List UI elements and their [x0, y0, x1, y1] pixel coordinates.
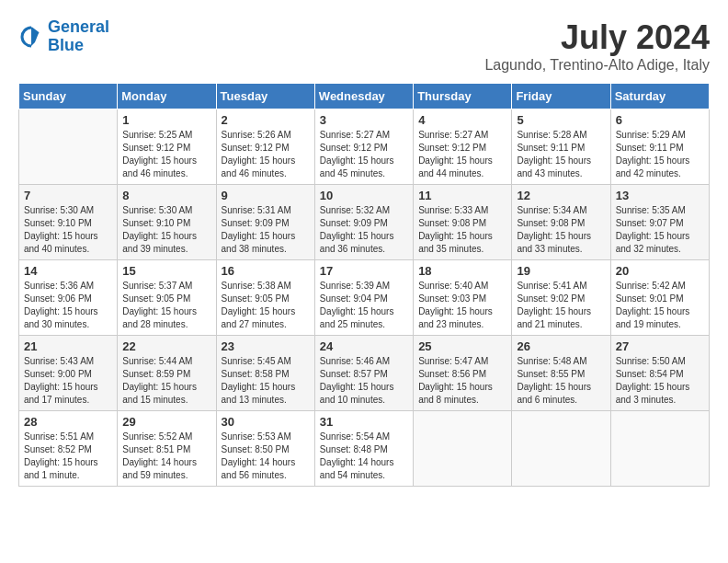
table-row	[414, 411, 512, 487]
table-row: 12Sunrise: 5:34 AM Sunset: 9:08 PM Dayli…	[512, 185, 610, 260]
day-number: 20	[616, 264, 704, 278]
col-wednesday: Wednesday	[314, 84, 413, 109]
table-row: 19Sunrise: 5:41 AM Sunset: 9:02 PM Dayli…	[512, 260, 610, 336]
day-info: Sunrise: 5:25 AM Sunset: 9:12 PM Dayligh…	[122, 129, 210, 180]
day-info: Sunrise: 5:46 AM Sunset: 8:57 PM Dayligh…	[320, 355, 408, 407]
day-number: 6	[616, 113, 704, 127]
table-row: 21Sunrise: 5:43 AM Sunset: 9:00 PM Dayli…	[19, 336, 118, 411]
calendar-week-row: 1Sunrise: 5:25 AM Sunset: 9:12 PM Daylig…	[19, 109, 710, 185]
day-number: 17	[320, 264, 408, 278]
day-number: 25	[418, 339, 506, 353]
day-number: 5	[517, 113, 605, 127]
location-title: Lagundo, Trentino-Alto Adige, Italy	[484, 57, 710, 74]
day-number: 31	[320, 415, 408, 429]
table-row: 15Sunrise: 5:37 AM Sunset: 9:05 PM Dayli…	[118, 260, 216, 336]
table-row: 1Sunrise: 5:25 AM Sunset: 9:12 PM Daylig…	[118, 109, 216, 185]
table-row	[512, 411, 610, 487]
day-number: 11	[418, 189, 506, 202]
day-info: Sunrise: 5:33 AM Sunset: 9:08 PM Dayligh…	[418, 204, 506, 256]
day-number: 27	[616, 339, 704, 353]
table-row: 13Sunrise: 5:35 AM Sunset: 9:07 PM Dayli…	[610, 185, 709, 260]
calendar-table: Sunday Monday Tuesday Wednesday Thursday…	[18, 83, 710, 487]
day-number: 15	[122, 264, 210, 278]
day-number: 2	[222, 113, 310, 127]
day-number: 26	[517, 339, 605, 353]
day-info: Sunrise: 5:48 AM Sunset: 8:55 PM Dayligh…	[517, 355, 605, 407]
day-info: Sunrise: 5:50 AM Sunset: 8:54 PM Dayligh…	[616, 355, 704, 407]
day-info: Sunrise: 5:54 AM Sunset: 8:48 PM Dayligh…	[320, 431, 408, 482]
table-row: 18Sunrise: 5:40 AM Sunset: 9:03 PM Dayli…	[414, 260, 512, 336]
day-number: 28	[24, 415, 112, 429]
day-info: Sunrise: 5:37 AM Sunset: 9:05 PM Dayligh…	[122, 280, 210, 331]
day-number: 10	[320, 189, 408, 202]
table-row: 26Sunrise: 5:48 AM Sunset: 8:55 PM Dayli…	[512, 336, 610, 411]
table-row: 2Sunrise: 5:26 AM Sunset: 9:12 PM Daylig…	[216, 109, 314, 185]
day-info: Sunrise: 5:45 AM Sunset: 8:58 PM Dayligh…	[222, 355, 310, 407]
day-number: 24	[320, 339, 408, 353]
day-info: Sunrise: 5:35 AM Sunset: 9:07 PM Dayligh…	[616, 204, 704, 256]
day-info: Sunrise: 5:41 AM Sunset: 9:02 PM Dayligh…	[517, 280, 605, 331]
table-row: 14Sunrise: 5:36 AM Sunset: 9:06 PM Dayli…	[19, 260, 118, 336]
day-number: 4	[418, 113, 506, 127]
day-info: Sunrise: 5:52 AM Sunset: 8:51 PM Dayligh…	[122, 431, 210, 482]
calendar-week-row: 28Sunrise: 5:51 AM Sunset: 8:52 PM Dayli…	[19, 411, 710, 487]
col-friday: Friday	[512, 84, 610, 109]
table-row: 30Sunrise: 5:53 AM Sunset: 8:50 PM Dayli…	[216, 411, 314, 487]
calendar-header-row: Sunday Monday Tuesday Wednesday Thursday…	[19, 84, 710, 109]
logo-icon	[18, 24, 44, 50]
day-info: Sunrise: 5:44 AM Sunset: 8:59 PM Dayligh…	[122, 355, 210, 407]
day-info: Sunrise: 5:47 AM Sunset: 8:56 PM Dayligh…	[418, 355, 506, 407]
day-number: 29	[122, 415, 210, 429]
table-row: 8Sunrise: 5:30 AM Sunset: 9:10 PM Daylig…	[118, 185, 216, 260]
logo-text: General Blue	[48, 18, 109, 55]
day-info: Sunrise: 5:42 AM Sunset: 9:01 PM Dayligh…	[616, 280, 704, 331]
day-info: Sunrise: 5:30 AM Sunset: 9:10 PM Dayligh…	[122, 204, 210, 256]
table-row	[19, 109, 118, 185]
table-row: 7Sunrise: 5:30 AM Sunset: 9:10 PM Daylig…	[19, 185, 118, 260]
table-row: 25Sunrise: 5:47 AM Sunset: 8:56 PM Dayli…	[414, 336, 512, 411]
day-number: 21	[24, 339, 112, 353]
day-number: 14	[24, 264, 112, 278]
logo: General Blue	[18, 18, 109, 55]
day-number: 22	[122, 339, 210, 353]
day-number: 18	[418, 264, 506, 278]
col-tuesday: Tuesday	[216, 84, 314, 109]
day-number: 13	[616, 189, 704, 202]
table-row: 9Sunrise: 5:31 AM Sunset: 9:09 PM Daylig…	[216, 185, 314, 260]
day-info: Sunrise: 5:27 AM Sunset: 9:12 PM Dayligh…	[320, 129, 408, 180]
table-row: 24Sunrise: 5:46 AM Sunset: 8:57 PM Dayli…	[314, 336, 413, 411]
table-row: 17Sunrise: 5:39 AM Sunset: 9:04 PM Dayli…	[314, 260, 413, 336]
day-number: 30	[222, 415, 310, 429]
title-area: July 2024 Lagundo, Trentino-Alto Adige, …	[484, 18, 710, 74]
day-number: 19	[517, 264, 605, 278]
day-info: Sunrise: 5:34 AM Sunset: 9:08 PM Dayligh…	[517, 204, 605, 256]
day-info: Sunrise: 5:53 AM Sunset: 8:50 PM Dayligh…	[222, 431, 310, 482]
table-row: 16Sunrise: 5:38 AM Sunset: 9:05 PM Dayli…	[216, 260, 314, 336]
day-number: 8	[122, 189, 210, 202]
page-header: General Blue July 2024 Lagundo, Trentino…	[18, 18, 710, 74]
table-row: 11Sunrise: 5:33 AM Sunset: 9:08 PM Dayli…	[414, 185, 512, 260]
table-row: 4Sunrise: 5:27 AM Sunset: 9:12 PM Daylig…	[414, 109, 512, 185]
month-title: July 2024	[484, 18, 710, 57]
day-info: Sunrise: 5:30 AM Sunset: 9:10 PM Dayligh…	[24, 204, 112, 256]
day-info: Sunrise: 5:43 AM Sunset: 9:00 PM Dayligh…	[24, 355, 112, 407]
day-number: 12	[517, 189, 605, 202]
day-info: Sunrise: 5:26 AM Sunset: 9:12 PM Dayligh…	[222, 129, 310, 180]
table-row: 3Sunrise: 5:27 AM Sunset: 9:12 PM Daylig…	[314, 109, 413, 185]
calendar-week-row: 7Sunrise: 5:30 AM Sunset: 9:10 PM Daylig…	[19, 185, 710, 260]
table-row: 23Sunrise: 5:45 AM Sunset: 8:58 PM Dayli…	[216, 336, 314, 411]
col-sunday: Sunday	[19, 84, 118, 109]
table-row: 29Sunrise: 5:52 AM Sunset: 8:51 PM Dayli…	[118, 411, 216, 487]
table-row: 10Sunrise: 5:32 AM Sunset: 9:09 PM Dayli…	[314, 185, 413, 260]
col-monday: Monday	[118, 84, 216, 109]
day-number: 3	[320, 113, 408, 127]
col-thursday: Thursday	[414, 84, 512, 109]
table-row: 31Sunrise: 5:54 AM Sunset: 8:48 PM Dayli…	[314, 411, 413, 487]
day-info: Sunrise: 5:40 AM Sunset: 9:03 PM Dayligh…	[418, 280, 506, 331]
calendar-week-row: 21Sunrise: 5:43 AM Sunset: 9:00 PM Dayli…	[19, 336, 710, 411]
day-info: Sunrise: 5:27 AM Sunset: 9:12 PM Dayligh…	[418, 129, 506, 180]
table-row: 27Sunrise: 5:50 AM Sunset: 8:54 PM Dayli…	[610, 336, 709, 411]
day-info: Sunrise: 5:36 AM Sunset: 9:06 PM Dayligh…	[24, 280, 112, 331]
day-info: Sunrise: 5:38 AM Sunset: 9:05 PM Dayligh…	[222, 280, 310, 331]
table-row: 5Sunrise: 5:28 AM Sunset: 9:11 PM Daylig…	[512, 109, 610, 185]
